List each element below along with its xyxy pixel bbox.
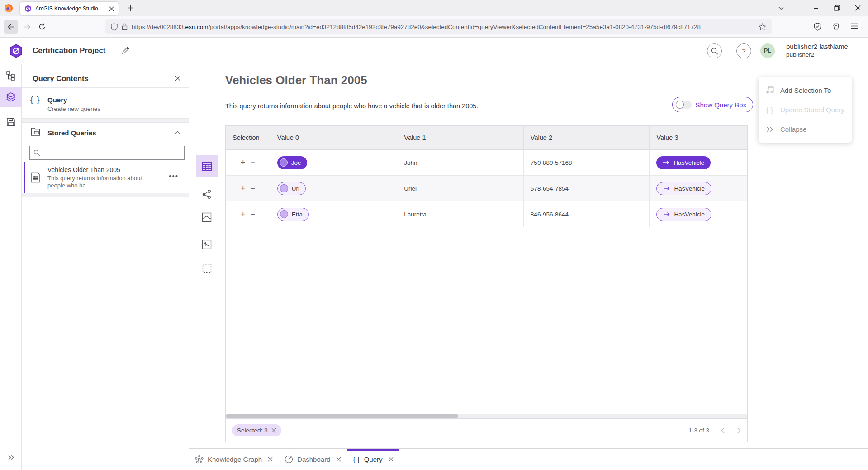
query-contents-panel: Query Contents { } Query Create new quer… bbox=[22, 64, 189, 470]
dashed-square-icon bbox=[202, 264, 212, 273]
column-header[interactable]: Value 3 bbox=[650, 126, 747, 149]
table-row[interactable]: +− Etta Lauretta 846-956-8644 HasVehicle bbox=[226, 201, 747, 227]
project-title: Certification Project bbox=[33, 46, 106, 55]
cell-value: 846-956-8644 bbox=[524, 201, 650, 227]
lock-icon[interactable] bbox=[122, 23, 128, 30]
column-header[interactable]: Value 1 bbox=[397, 126, 524, 149]
window-close-button[interactable] bbox=[847, 5, 868, 11]
menu-item-update-stored-query[interactable]: { } Update Stored Query bbox=[759, 100, 852, 120]
stored-query-item[interactable]: Vehicles Older Than 2005 This query retu… bbox=[22, 162, 189, 193]
selected-count-chip[interactable]: Selected: 3 bbox=[232, 424, 281, 436]
stored-query-description: This query returns information about peo… bbox=[47, 175, 155, 189]
extension-icon[interactable] bbox=[832, 23, 840, 30]
node-dot-icon bbox=[280, 158, 288, 167]
stored-query-title: Vehicles Older Than 2005 bbox=[47, 166, 120, 173]
browser-tabstrip: ArcGIS Knowledge Studio bbox=[0, 0, 868, 16]
column-header[interactable]: Value 2 bbox=[524, 126, 650, 149]
table-view-button[interactable] bbox=[196, 155, 218, 177]
table-row[interactable]: +− Uri Uriel 578-654-7854 HasVehicle bbox=[226, 176, 747, 201]
table-row[interactable]: +− Joe John 759-889-57168 HasVehicle bbox=[226, 150, 747, 176]
clear-selection-icon[interactable] bbox=[271, 428, 276, 433]
add-selection-icon[interactable]: + bbox=[241, 158, 246, 167]
selection-menu: Add Selection To { } Update Stored Query… bbox=[759, 77, 852, 143]
tab-query[interactable]: { } Query bbox=[347, 449, 399, 470]
entity-pill[interactable]: Uri bbox=[277, 182, 306, 195]
search-button[interactable] bbox=[707, 43, 722, 58]
double-chevron-right-icon bbox=[8, 455, 14, 460]
protections-shield-icon[interactable] bbox=[814, 23, 821, 31]
braces-icon: { } bbox=[765, 106, 774, 114]
map-view-button[interactable] bbox=[196, 211, 218, 224]
link-chart-view-button[interactable] bbox=[196, 188, 218, 201]
column-header[interactable]: Selection bbox=[226, 126, 270, 149]
help-button[interactable]: ? bbox=[736, 43, 751, 58]
firefox-icon[interactable] bbox=[5, 4, 13, 12]
toggle-switch[interactable] bbox=[676, 101, 692, 109]
tab-title: ArcGIS Knowledge Studio bbox=[35, 5, 105, 12]
edit-pencil-icon[interactable] bbox=[121, 47, 129, 55]
tab-list-chevron-icon[interactable] bbox=[778, 5, 784, 11]
query-item-title[interactable]: Query bbox=[47, 96, 67, 104]
close-tab-icon[interactable] bbox=[389, 457, 394, 462]
page-title: Vehicles Older Than 2005 bbox=[225, 73, 367, 87]
item-options-icon[interactable]: ••• bbox=[169, 172, 179, 180]
browser-tab[interactable]: ArcGIS Knowledge Studio bbox=[20, 2, 119, 15]
data-model-button[interactable] bbox=[0, 66, 22, 86]
add-to-map-button[interactable] bbox=[196, 238, 218, 251]
tracking-shield-icon[interactable] bbox=[111, 23, 118, 31]
selected-indicator bbox=[24, 162, 25, 193]
forward-button[interactable] bbox=[20, 20, 34, 34]
stored-queries-title[interactable]: Stored Queries bbox=[47, 129, 96, 137]
menu-item-add-selection-to[interactable]: Add Selection To bbox=[759, 81, 852, 100]
cell-value: 759-889-57168 bbox=[524, 150, 650, 175]
bookmark-star-icon[interactable] bbox=[759, 23, 766, 31]
knowledge-graph-icon bbox=[195, 455, 204, 464]
dashboard-icon bbox=[285, 455, 293, 464]
next-page-icon[interactable] bbox=[737, 427, 741, 434]
avatar[interactable]: PL bbox=[760, 43, 775, 58]
back-button[interactable] bbox=[4, 20, 18, 34]
save-button[interactable] bbox=[0, 112, 22, 132]
entity-pill[interactable]: Joe bbox=[277, 156, 307, 169]
relation-pill[interactable]: HasVehicle bbox=[656, 182, 711, 195]
panel-title: Query Contents bbox=[33, 74, 89, 83]
add-selection-icon[interactable]: + bbox=[241, 210, 246, 218]
window-minimize-button[interactable] bbox=[806, 5, 826, 11]
save-icon bbox=[6, 117, 16, 127]
tab-dashboard[interactable]: Dashboard bbox=[279, 449, 347, 470]
close-tab-icon[interactable] bbox=[336, 457, 341, 462]
new-selection-button[interactable] bbox=[196, 262, 218, 274]
stored-queries-search-input[interactable] bbox=[29, 146, 185, 160]
add-selection-icon[interactable]: + bbox=[241, 184, 246, 192]
view-toolbar bbox=[196, 155, 218, 274]
collapse-section-chevron-icon[interactable] bbox=[175, 130, 180, 134]
user-name[interactable]: publisher2 lastName bbox=[786, 43, 848, 50]
window-restore-button[interactable] bbox=[826, 5, 847, 11]
previous-page-icon[interactable] bbox=[721, 427, 725, 434]
entity-pill[interactable]: Etta bbox=[277, 208, 309, 221]
remove-selection-icon[interactable]: − bbox=[250, 210, 255, 218]
remove-selection-icon[interactable]: − bbox=[250, 184, 255, 192]
new-tab-icon[interactable] bbox=[126, 3, 135, 13]
url-bar[interactable]: https://dev0028833.esri.com/portal/apps/… bbox=[105, 19, 772, 34]
tab-close-icon[interactable] bbox=[109, 6, 114, 11]
reload-button[interactable] bbox=[35, 20, 49, 34]
query-braces-icon: { } bbox=[30, 95, 41, 105]
show-query-box-toggle[interactable]: Show Query Box bbox=[672, 97, 753, 112]
remove-selection-icon[interactable]: − bbox=[250, 158, 255, 167]
app-logo bbox=[9, 44, 23, 58]
menu-item-collapse[interactable]: Collapse bbox=[759, 120, 852, 139]
column-header[interactable]: Value 0 bbox=[270, 126, 398, 149]
contents-button[interactable] bbox=[0, 87, 22, 107]
table-footer: Selected: 3 1-3 of 3 bbox=[226, 418, 747, 442]
panel-close-icon[interactable] bbox=[175, 75, 181, 82]
horizontal-scrollbar[interactable] bbox=[226, 414, 747, 418]
scrollbar-thumb[interactable] bbox=[226, 414, 458, 418]
relation-pill[interactable]: HasVehicle bbox=[656, 208, 711, 221]
expand-rail-button[interactable] bbox=[0, 455, 22, 460]
add-selection-icon bbox=[766, 86, 774, 95]
tab-knowledge-graph[interactable]: Knowledge Graph bbox=[189, 449, 279, 470]
menu-hamburger-icon[interactable] bbox=[851, 23, 859, 29]
relation-pill[interactable]: HasVehicle bbox=[656, 156, 711, 169]
close-tab-icon[interactable] bbox=[268, 457, 273, 462]
